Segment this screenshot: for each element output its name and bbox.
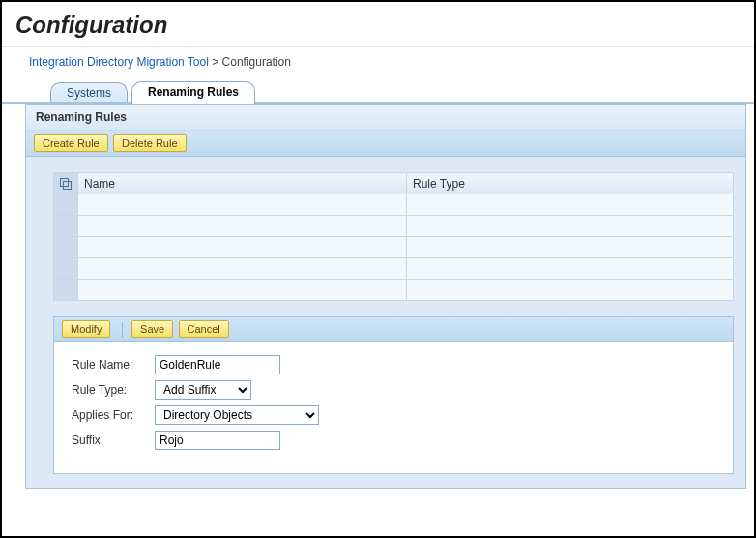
cell-name <box>78 194 407 216</box>
row-selector[interactable] <box>54 194 78 216</box>
breadcrumb: Integration Directory Migration Tool > C… <box>2 47 754 80</box>
suffix-field[interactable] <box>155 431 280 450</box>
panel-toolbar: Create Rule Delete Rule <box>26 131 745 157</box>
create-rule-button[interactable]: Create Rule <box>34 134 108 152</box>
applies-for-label: Applies For: <box>72 408 155 422</box>
col-rule-type-header[interactable]: Rule Type <box>407 173 734 194</box>
col-name-header[interactable]: Name <box>78 173 407 194</box>
cell-name <box>78 216 407 237</box>
suffix-label: Suffix: <box>72 433 155 447</box>
breadcrumb-separator: > <box>212 55 218 69</box>
row-selector[interactable] <box>54 237 78 258</box>
breadcrumb-current: Configuration <box>222 55 291 69</box>
rule-name-label: Rule Name: <box>72 358 155 372</box>
rules-table-container: Name Rule Type <box>53 172 734 301</box>
applies-for-select[interactable]: Directory Objects <box>155 405 319 425</box>
modify-button[interactable]: Modify <box>62 320 110 338</box>
renaming-rules-panel: Renaming Rules Create Rule Delete Rule <box>25 104 746 489</box>
cell-name <box>78 258 407 280</box>
panel-title: Renaming Rules <box>26 105 745 131</box>
tab-renaming-rules[interactable]: Renaming Rules <box>131 81 255 104</box>
tab-systems[interactable]: Systems <box>50 82 128 104</box>
cancel-button[interactable]: Cancel <box>179 320 229 338</box>
table-row[interactable] <box>54 194 734 216</box>
table-row[interactable] <box>54 258 734 280</box>
page-title: Configuration <box>2 2 754 46</box>
toolbar-separator <box>122 322 123 338</box>
rule-form: Rule Name: Rule Type: Add Suffix Applies… <box>53 342 734 474</box>
cell-rule-type <box>407 237 734 258</box>
select-all-icon <box>60 177 72 191</box>
cell-name <box>78 237 407 258</box>
row-selector[interactable] <box>54 216 78 237</box>
breadcrumb-link[interactable]: Integration Directory Migration Tool <box>29 55 209 69</box>
cell-rule-type <box>407 280 734 301</box>
rules-table: Name Rule Type <box>53 172 734 301</box>
cell-rule-type <box>407 258 734 280</box>
rule-type-select[interactable]: Add Suffix <box>155 380 251 400</box>
row-selector[interactable] <box>54 280 78 301</box>
table-row[interactable] <box>54 280 734 301</box>
table-row[interactable] <box>54 216 734 237</box>
tabs: Systems Renaming Rules <box>2 80 754 104</box>
tab-underline <box>2 102 754 104</box>
delete-rule-button[interactable]: Delete Rule <box>113 134 186 152</box>
save-button[interactable]: Save <box>131 320 173 338</box>
cell-name <box>78 280 407 301</box>
svg-rect-0 <box>61 179 69 187</box>
cell-rule-type <box>407 216 734 237</box>
rule-type-label: Rule Type: <box>72 383 155 397</box>
row-selector[interactable] <box>54 258 78 280</box>
cell-rule-type <box>407 194 734 216</box>
table-row[interactable] <box>54 237 734 258</box>
select-all-header[interactable] <box>54 173 78 194</box>
edit-toolbar: Modify Save Cancel <box>53 316 734 342</box>
svg-rect-1 <box>64 182 72 190</box>
rule-name-field[interactable] <box>155 355 280 374</box>
